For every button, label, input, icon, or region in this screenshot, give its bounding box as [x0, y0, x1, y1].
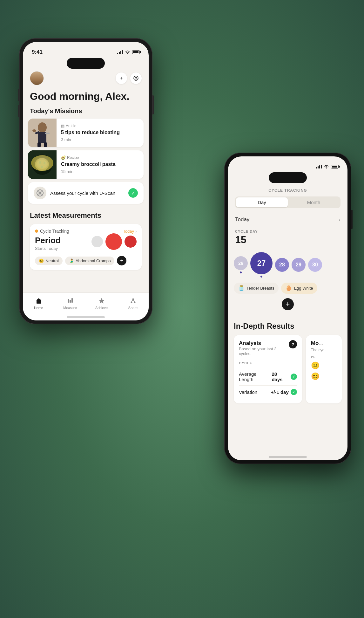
uscan-icon	[34, 187, 46, 199]
variation-row: Variation +/-1 day ✓	[239, 386, 297, 398]
recipe-duration: 15 min	[61, 169, 139, 174]
cycle-dot-indicator	[35, 230, 38, 233]
symptom-egg-white[interactable]: 🥚 Egg White	[281, 283, 317, 294]
analysis-cards-row: Analysis Based on your last 3 cycles. ? …	[234, 335, 342, 403]
nav-measure[interactable]: Measure	[54, 297, 86, 310]
nav-home-label: Home	[34, 306, 43, 310]
power-button	[152, 95, 154, 114]
variation-check: ✓	[291, 389, 297, 395]
svg-point-17	[36, 160, 48, 169]
dot-indicator-26	[240, 271, 242, 273]
cycle-label: CYCLE	[239, 361, 297, 365]
article-content: ▤ Article 5 tips to reduce bloating 3 mi…	[57, 120, 144, 146]
uscan-device-icon	[36, 189, 44, 197]
partial-card: Mo... The cyc... PE 😐 😊	[306, 335, 342, 403]
phone2-signal-icon	[316, 165, 322, 168]
dynamic-island	[67, 58, 105, 69]
nav-achieve-label: Achieve	[95, 306, 108, 310]
recipe-tag: 🥑 Recipe	[61, 155, 139, 160]
phone2-wifi-icon	[324, 165, 329, 168]
today-row[interactable]: Today ›	[228, 213, 347, 226]
measurement-sub: Starts Today	[35, 246, 58, 251]
today-label: Today	[235, 216, 249, 223]
measurement-header: Cycle Tracking Today ›	[35, 229, 137, 234]
cycle-circle-27-today[interactable]: 27	[250, 252, 273, 274]
cycle-circle-29[interactable]: 29	[292, 258, 306, 272]
nav-home[interactable]: Home	[23, 297, 54, 310]
svg-point-20	[41, 166, 43, 168]
add-button[interactable]: +	[116, 72, 127, 84]
phone2-status-bar	[228, 156, 347, 172]
phone-2-screen: CYCLE TRACKING Day Month Today › CYCLE D…	[228, 156, 347, 460]
cycle-day-number: 15	[235, 234, 340, 246]
cycle-circle-26[interactable]: 26	[234, 256, 248, 270]
phone2-battery-icon	[331, 165, 339, 168]
mission-card-recipe[interactable]: 🥑 Recipe Creamy broccoli pasta 15 min	[28, 150, 144, 179]
chevron-right-icon: ›	[339, 217, 340, 223]
in-depth-title: In-Depth Results	[234, 322, 342, 331]
avg-length-label: Average Length	[239, 371, 272, 382]
variation-value: +/-1 day ✓	[271, 389, 297, 395]
day-month-toggle: Day Month	[235, 196, 340, 208]
partial-card-title: Mo...	[311, 340, 337, 347]
dot-indicator-27	[260, 276, 262, 278]
measurement-card[interactable]: Cycle Tracking Today › Period Starts Tod…	[30, 224, 142, 270]
measure-icon	[66, 297, 74, 305]
measurements-section: Latest Measurements Cycle Tracking Today…	[23, 209, 149, 274]
svg-point-30	[134, 302, 135, 303]
month-tab[interactable]: Month	[288, 197, 340, 207]
circle-empty	[91, 236, 103, 247]
volume-down-button	[18, 105, 19, 117]
svg-line-31	[131, 300, 133, 302]
svg-line-32	[133, 300, 135, 302]
phone-1-screen: 9:41	[23, 42, 149, 320]
nav-measure-label: Measure	[63, 306, 77, 310]
in-depth-section: In-Depth Results Analysis Based on your …	[228, 315, 347, 403]
article-tag: ▤ Article	[61, 124, 139, 128]
status-icons	[117, 50, 140, 54]
svg-marker-27	[99, 298, 104, 304]
cycle-dots-row: 26 27 28 29 30	[228, 249, 347, 283]
help-button[interactable]: ?	[289, 340, 297, 348]
analysis-card: Analysis Based on your last 3 cycles. ? …	[234, 335, 302, 403]
uscan-check: ✓	[128, 188, 138, 198]
cycle-day-label: CYCLE DAY	[235, 230, 340, 233]
uscan-text: Assess your cycle with U-Scan	[50, 190, 115, 196]
day-tab[interactable]: Day	[236, 197, 288, 207]
period-visual	[91, 233, 137, 250]
scan-icon	[133, 75, 139, 81]
nav-share[interactable]: Share	[117, 297, 149, 310]
analysis-header: Analysis Based on your last 3 cycles. ?	[239, 340, 297, 360]
cycle-circle-28[interactable]: 28	[275, 258, 289, 272]
uscan-card[interactable]: Assess your cycle with U-Scan ✓	[28, 182, 144, 204]
nav-share-label: Share	[128, 306, 138, 310]
add-symptom-button[interactable]: +	[282, 298, 294, 310]
recipe-content: 🥑 Recipe Creamy broccoli pasta 15 min	[57, 152, 144, 178]
nav-achieve[interactable]: Achieve	[86, 297, 117, 310]
avg-length-value: 28 days ✓	[272, 371, 297, 382]
svg-point-18	[39, 161, 41, 164]
avatar[interactable]	[30, 71, 44, 85]
analysis-subtitle: Based on your last 3 cycles.	[239, 347, 289, 356]
mission-card-article[interactable]: ▤ Article 5 tips to reduce bloating 3 mi…	[28, 119, 144, 147]
face-icon-1: 😐	[311, 361, 337, 370]
partial-card-text: The cyc...	[311, 348, 337, 352]
header-row: +	[23, 71, 149, 89]
svg-point-16	[35, 158, 49, 171]
symptom-tender-breasts[interactable]: 🫙 Tender Breasts	[234, 283, 279, 294]
svg-point-0	[134, 76, 138, 80]
scan-button[interactable]	[130, 72, 142, 84]
symptoms-row: 🫙 Tender Breasts 🥚 Egg White	[228, 283, 347, 298]
tags-row: 😐 Neutral 🫃 Abdominal Cramps +	[35, 256, 137, 265]
wifi-icon	[125, 50, 130, 54]
svg-point-10	[32, 129, 36, 132]
svg-rect-12	[37, 142, 41, 147]
egg-white-label: Egg White	[294, 286, 313, 291]
add-tag-button[interactable]: +	[117, 256, 126, 265]
svg-point-7	[38, 122, 47, 133]
article-image	[28, 119, 57, 147]
status-bar: 9:41	[23, 42, 149, 58]
cycle-circle-30[interactable]: 30	[308, 258, 322, 272]
face-icon-2: 😊	[311, 372, 337, 381]
cycle-day-27: 27	[250, 252, 273, 278]
